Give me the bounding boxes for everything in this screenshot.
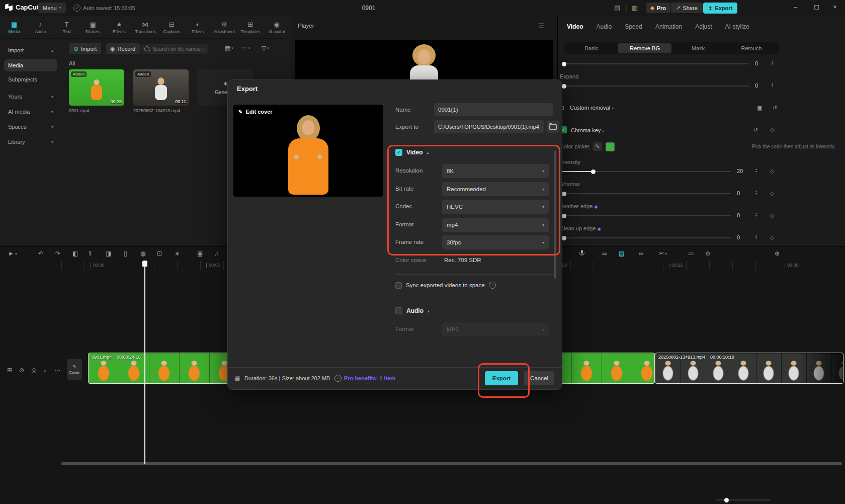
- pro-badge[interactable]: ◆ Pro: [646, 3, 670, 13]
- tab-stickers[interactable]: ▣Stickers: [80, 17, 106, 38]
- split-left-button[interactable]: ◧: [72, 250, 78, 257]
- sidebar-item-media[interactable]: Media: [4, 59, 57, 71]
- playhead[interactable]: [144, 261, 145, 464]
- export-path-field[interactable]: C:/Users/TOPGUS/Desktop/0901(1).mp4: [434, 120, 544, 133]
- tab-transitions[interactable]: ⋈Transitions: [132, 17, 158, 38]
- custom-removal-label[interactable]: Custom removal ▾: [570, 105, 614, 111]
- select-tool-button[interactable]: ►▾: [8, 250, 17, 257]
- color-swatch[interactable]: [606, 142, 615, 151]
- tab-speed[interactable]: Speed: [625, 23, 642, 30]
- expand-slider[interactable]: [562, 86, 749, 87]
- shadow-value[interactable]: 0: [737, 190, 740, 196]
- keyframe-diamond-icon[interactable]: ◇: [770, 212, 774, 219]
- mute-icon[interactable]: ♪: [43, 367, 46, 374]
- sync-to-space-row[interactable]: Sync exported videos to space i: [395, 282, 496, 289]
- tab-ai-stylize[interactable]: AI stylize: [725, 23, 749, 30]
- stepper[interactable]: ▴▾: [755, 190, 757, 195]
- track-grid-icon[interactable]: ⊞: [7, 367, 12, 374]
- chroma-key-label[interactable]: Chroma key ▴: [571, 127, 604, 133]
- dialog-cancel-button[interactable]: Cancel: [524, 371, 554, 385]
- export-button-top[interactable]: ↥ Export: [703, 3, 737, 14]
- crop-button[interactable]: ⊡: [157, 250, 162, 257]
- cover-button[interactable]: ✎ Cover: [67, 359, 82, 380]
- main-track-magnet-icon[interactable]: ▤: [619, 250, 624, 257]
- video-section-header[interactable]: ✓ Video ▴: [395, 149, 429, 156]
- layout-panels-icon[interactable]: ▤: [614, 4, 620, 12]
- notes-icon[interactable]: ▥: [632, 4, 638, 12]
- edit-cover-button[interactable]: ✎ Edit cover: [238, 109, 273, 115]
- link-clips-icon[interactable]: ∞: [639, 250, 643, 257]
- more-icon[interactable]: ⋯: [54, 367, 60, 374]
- tab-adjust[interactable]: Adjust: [695, 23, 712, 30]
- top-slider[interactable]: [562, 63, 749, 64]
- tab-templates[interactable]: ⊞Templates: [237, 17, 264, 38]
- bitrate-select[interactable]: Recommended▾: [442, 182, 549, 196]
- framerate-select[interactable]: 30fps▾: [442, 235, 549, 249]
- feather-value[interactable]: 0: [737, 212, 740, 218]
- timeline-scrollbar[interactable]: [61, 462, 842, 465]
- tab-media[interactable]: ▦Media: [1, 17, 27, 38]
- freeze-frame-button[interactable]: ▣: [197, 250, 203, 257]
- maximize-button[interactable]: ◻: [814, 3, 819, 11]
- tab-effects[interactable]: ★Effects: [106, 17, 132, 38]
- shadow-slider[interactable]: [562, 193, 731, 194]
- tab-captions[interactable]: ⊟Captions: [158, 17, 185, 38]
- keyframe-diamond-icon[interactable]: ◇: [770, 234, 774, 241]
- dialog-export-button[interactable]: Export: [485, 371, 518, 385]
- video-checkbox[interactable]: ✓: [395, 149, 402, 156]
- sync-checkbox[interactable]: [395, 282, 402, 289]
- sidebar-item-spaces[interactable]: Spaces▾: [4, 121, 57, 133]
- intensity-slider[interactable]: [562, 171, 731, 172]
- codec-select[interactable]: HEVC▾: [442, 200, 549, 214]
- tab-ai-avatar[interactable]: ◉AI avatar: [264, 17, 290, 38]
- timeline-zoom-slider[interactable]: [716, 499, 771, 500]
- reset-icon[interactable]: ↺: [773, 105, 777, 111]
- tab-text[interactable]: TText: [53, 17, 79, 38]
- sidebar-item-ai-media[interactable]: AI media▾: [4, 106, 57, 118]
- grid-view-button[interactable]: ▦▾: [225, 45, 233, 52]
- zoom-in-button[interactable]: ⊕: [775, 250, 780, 257]
- auto-cut-button[interactable]: ✂▾: [659, 250, 667, 257]
- voiceover-mic-button[interactable]: [579, 250, 584, 257]
- feather-slider[interactable]: [562, 215, 731, 216]
- top-slider-value[interactable]: 0: [755, 60, 758, 66]
- stepper[interactable]: ▴▾: [755, 168, 757, 173]
- player-menu-icon[interactable]: ☰: [538, 22, 544, 30]
- import-button[interactable]: ⊕ Import: [69, 43, 101, 54]
- split-right-button[interactable]: ◨: [106, 250, 111, 257]
- extract-audio-button[interactable]: ♫: [214, 250, 219, 257]
- split-button[interactable]: ‖: [89, 250, 92, 257]
- name-input[interactable]: [434, 103, 553, 116]
- preview-axis-icon[interactable]: ▭: [688, 250, 694, 257]
- preview-icon[interactable]: ▣: [757, 105, 762, 111]
- pro-benefits-link[interactable]: Pro benefits: 1 item: [344, 375, 395, 381]
- tab-audio-props[interactable]: Audio: [596, 23, 612, 30]
- menu-button[interactable]: Menu ▾: [38, 3, 66, 13]
- sort-button[interactable]: ≔▾: [241, 45, 250, 52]
- tab-adjustment[interactable]: ⚙Adjustment: [211, 17, 237, 38]
- eyedropper-button[interactable]: ✎: [593, 142, 602, 151]
- subtab-basic[interactable]: Basic: [565, 43, 618, 53]
- redo-button[interactable]: ↷: [55, 250, 60, 257]
- cleanup-slider[interactable]: [562, 237, 731, 238]
- audio-checkbox[interactable]: [395, 307, 402, 314]
- cleanup-value[interactable]: 0: [737, 234, 740, 240]
- record-button[interactable]: ◉ Record: [106, 43, 140, 54]
- stepper[interactable]: ▴▾: [755, 212, 757, 217]
- close-button[interactable]: ×: [833, 3, 837, 11]
- dialog-scrollbar[interactable]: [554, 150, 556, 279]
- sidebar-item-library[interactable]: Library▾: [4, 136, 57, 148]
- beat-marker-button[interactable]: ∗: [175, 250, 180, 257]
- track-options-icon[interactable]: ≔: [602, 250, 608, 257]
- sidebar-item-subprojects[interactable]: Subprojects: [4, 73, 57, 86]
- sidebar-item-import[interactable]: Import▴: [4, 44, 57, 56]
- filter-button[interactable]: ▽▾: [262, 45, 269, 52]
- audio-section-header[interactable]: Audio ▴: [395, 307, 430, 314]
- timeline-clip-20250802[interactable]: 20250802-134913.mp400:00:10:18: [655, 353, 843, 384]
- mask-button[interactable]: ◍: [140, 250, 145, 257]
- share-button[interactable]: ↗ Share: [671, 3, 703, 13]
- intensity-value[interactable]: 20: [737, 168, 743, 174]
- search-input[interactable]: [152, 46, 205, 52]
- expand-value[interactable]: 0: [755, 82, 758, 89]
- subtab-mask[interactable]: Mask: [671, 43, 725, 53]
